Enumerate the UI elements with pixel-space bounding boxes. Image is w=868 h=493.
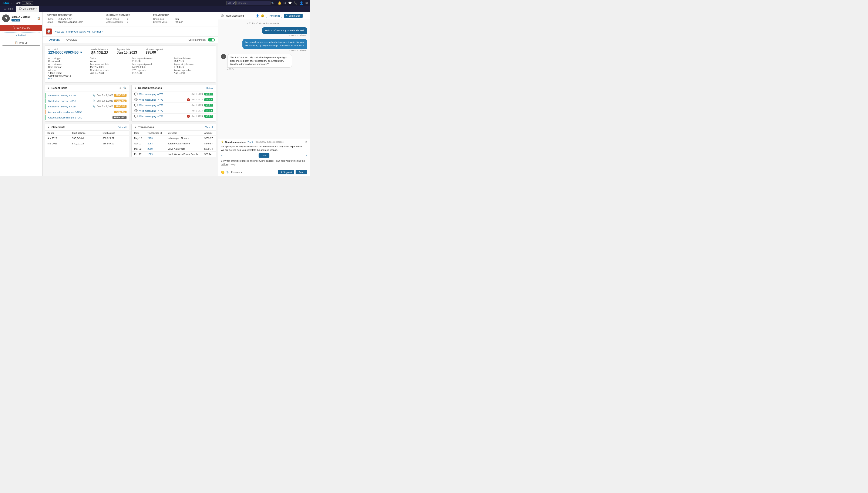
messaging-icon-3: 💬 [134, 104, 137, 107]
customer-inquiry-toggle: Customer Inquiry [189, 38, 215, 41]
relationship-section-label: RELATIONSHIP [153, 14, 191, 16]
task-name-2[interactable]: Satisfaction Survey S-4256 [48, 100, 91, 102]
prev-suggestion-arrow[interactable]: ‹ [221, 154, 222, 157]
txn-id-1[interactable]: 2183 [145, 136, 165, 141]
tasks-interactions-row: ▼ Recent tasks ⚙ 🔍 Satisfaction Survey S… [45, 85, 216, 122]
next-statement-label: Next statement date [90, 69, 129, 71]
edit-link[interactable]: Edit [48, 77, 87, 80]
task-name-4[interactable]: Account address change S-4253 [48, 111, 113, 113]
attachment-icon-1: 📎 [92, 94, 95, 97]
phrases-button[interactable]: Phrases ▼ [231, 171, 242, 174]
suggest-action-button[interactable]: ✦ Suggest [278, 170, 294, 174]
open-cases-value: 0 [127, 18, 145, 20]
interaction-name-2[interactable]: Web messaging I-4779 [139, 99, 185, 101]
statements-panel-actions: View all [118, 126, 127, 128]
task-badge-4: PENDING [114, 111, 127, 113]
smile-icon[interactable]: 😊 [261, 14, 264, 18]
user-info: Sara J Connor Owner [12, 15, 30, 21]
toggle-label: Customer Inquiry [189, 39, 206, 41]
last-statement-value: May 15, 2023 [90, 66, 129, 68]
tab-customer[interactable]: 💬 Ms. Connor × [16, 6, 39, 12]
task-name-5[interactable]: Account address change S-4250 [48, 116, 111, 119]
tab-home[interactable]: ⌂ Home [2, 6, 15, 12]
tasks-search-icon[interactable]: 🔍 [123, 87, 127, 89]
add-task-button[interactable]: + Add task [2, 33, 40, 38]
tab-overview[interactable]: Overview [63, 37, 80, 43]
customer-inquiry-switch[interactable] [208, 38, 215, 41]
send-button[interactable]: Send [296, 170, 307, 174]
task-name-3[interactable]: Satisfaction Survey S-4254 [48, 105, 91, 108]
txn-date-4: Feb 17 [132, 152, 145, 157]
txn-id-4[interactable]: 1029 [145, 152, 165, 157]
search-input[interactable] [236, 1, 270, 5]
attachment-icon-3: 📎 [92, 105, 95, 108]
attach-icon[interactable]: 📎 [226, 171, 230, 174]
last-payment-row: Last payment amount $110.00 [132, 57, 171, 62]
churn-risk-value: High [174, 18, 191, 20]
nps-badge-3: NPS: 8 [204, 104, 213, 107]
interactions-chevron-icon[interactable]: ▼ [134, 87, 136, 89]
txn-merchant-4: North Western Power Supply [165, 152, 202, 157]
next-suggestion-arrow[interactable]: › [306, 154, 307, 157]
nps-badge-5: NPS: 8 [204, 115, 213, 117]
dropdown-icon[interactable]: ▼ [79, 50, 83, 55]
interaction-name-4[interactable]: Web messaging I-4777 [139, 109, 190, 112]
col-amount: Amount [202, 131, 216, 136]
account-owner-value: Sara Connor [48, 66, 87, 68]
task-badge-5: RESOLVED [112, 116, 127, 119]
more-options-icon[interactable]: ⋮ [304, 14, 307, 18]
attachment-icon-2: 📎 [92, 100, 95, 102]
task-due-2: Due: Jun 1, 2023 [97, 100, 113, 102]
txn-id-3[interactable]: 2089 [145, 146, 165, 152]
toggle-knob [212, 39, 214, 41]
interaction-name-5[interactable]: Web messaging I-4776 [139, 115, 185, 117]
phone-icon[interactable]: 📞 [294, 1, 298, 5]
new-button[interactable]: + New [22, 1, 33, 5]
tasks-filter-icon[interactable]: ⚙ [119, 87, 122, 89]
address-label: Address [48, 69, 87, 71]
active-accounts-label: Active accounts [106, 21, 124, 23]
relationship-section: RELATIONSHIP Churn risk High Lifetime va… [149, 12, 196, 27]
grid-icon[interactable]: ⊞ [305, 1, 308, 5]
avatar-icon[interactable]: 👤 [300, 1, 303, 5]
tab-close-icon[interactable]: × [36, 8, 37, 10]
person-icon[interactable]: 👤 [256, 14, 259, 18]
history-link[interactable]: History [206, 87, 213, 89]
notification-icon[interactable]: 🔔 [278, 1, 281, 5]
interactions-panel-actions: History [206, 87, 213, 89]
transactions-chevron-icon[interactable]: ▼ [134, 126, 136, 128]
emoji-icon[interactable]: 😊 [221, 171, 224, 174]
search-filter-select[interactable]: All [226, 1, 236, 5]
statements-chevron-icon[interactable]: ▼ [47, 126, 50, 128]
transcript-button[interactable]: Transcript [266, 14, 282, 18]
left-sidebar: S Sara J Connor Owner 📋 ⏱ 09:42/07:00 + … [0, 12, 43, 176]
status-value: Active [90, 60, 129, 62]
detail-col-1: Account type Credit card Account owner S… [48, 57, 87, 80]
statements-view-all[interactable]: View all [118, 126, 127, 128]
use-suggestion-button[interactable]: Use [259, 153, 269, 157]
txn-id-2[interactable]: 2083 [145, 141, 165, 146]
tab-account[interactable]: Account [46, 37, 63, 43]
interaction-name-3[interactable]: Web messaging I-4778 [139, 104, 190, 107]
agent-message-content-2: I reviewed your conversation history, an… [242, 39, 307, 49]
txn-date-1: May 12 [132, 136, 145, 141]
user-role-badge: Owner [12, 19, 20, 21]
transactions-panel-header: ▼ Transactions View all [132, 124, 216, 131]
suggestions-close-icon[interactable]: ✕ [305, 141, 307, 143]
search-icon[interactable]: 🔍 [271, 2, 274, 4]
agent-message-1: Hello Ms.Connor, my name is Michael. 4:5… [262, 27, 307, 36]
task-name-1[interactable]: Satisfaction Survey S-4259 [48, 94, 91, 97]
lifetime-value-value: Platinum [174, 21, 191, 23]
summarize-button[interactable]: ✦ Summarize [284, 14, 303, 18]
transactions-view-all[interactable]: View all [205, 126, 213, 128]
account-type-value: Credit card [48, 60, 87, 62]
messaging-icon-2: 💬 [134, 98, 137, 101]
chat-icon[interactable]: 💬 [288, 1, 292, 5]
main-layout: S Sara J Connor Owner 📋 ⏱ 09:42/07:00 + … [0, 12, 310, 176]
tasks-chevron-icon[interactable]: ▼ [47, 87, 50, 89]
statement-row: Apr 2023 $35,545.00 $30,021.22 [45, 136, 129, 141]
mail-icon[interactable]: ✉ [283, 1, 286, 5]
wrap-up-button[interactable]: 📋 Wrap up [2, 40, 40, 45]
txn-amount-3: $129.74 [202, 146, 216, 152]
interaction-name-1[interactable]: Web messaging I-4780 [139, 93, 190, 95]
